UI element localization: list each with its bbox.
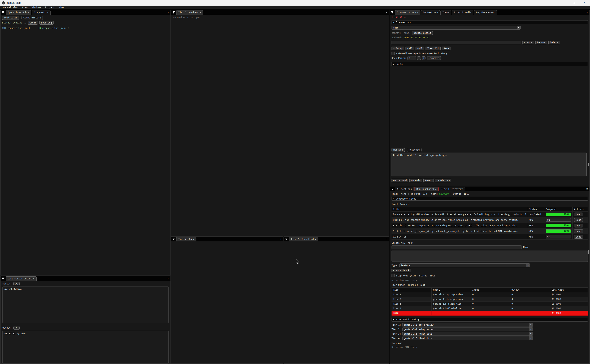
tab-tier1-strategy[interactable]: Tier 1: Strategy (439, 187, 465, 191)
panel-close-icon[interactable]: ✕ (586, 11, 588, 13)
clear-all-button[interactable]: Clear All (425, 46, 441, 50)
load-log-button[interactable]: Load Log (39, 21, 54, 25)
track-title[interactable]: Enhance existing MMA orchestration GUI: … (392, 212, 527, 217)
tier1-model-select[interactable]: gemini-3.1-pro-preview ▼ (402, 323, 533, 327)
truncate-button[interactable]: Truncate (427, 56, 441, 60)
delete-button[interactable]: Delete (548, 41, 560, 44)
tab-close-icon[interactable]: ✕ (28, 11, 29, 14)
load-track-button[interactable]: Load (574, 224, 583, 228)
maximize-button[interactable] (568, 0, 579, 6)
tab-operations-hub[interactable]: Operations Hub ✕ (6, 10, 31, 15)
script-expand-button[interactable]: [+] (13, 282, 20, 285)
menu-manual-slop[interactable]: manual slop (1, 6, 20, 9)
tab-discussion-hub[interactable]: Discussion Hub ✕ (395, 10, 420, 15)
gen-send-button[interactable]: Gen + Send (392, 179, 408, 182)
load-track-button[interactable]: Load (574, 213, 583, 216)
usage-tier: Tier 1 (392, 292, 432, 297)
tab-close-icon[interactable]: ✕ (193, 238, 194, 240)
dock-menu-icon[interactable] (173, 238, 175, 240)
output-text-box[interactable]: REJECTED by user (2, 331, 169, 364)
collapse-all-button[interactable]: -All (406, 46, 414, 50)
panel-close-icon[interactable]: ✕ (167, 11, 169, 13)
keep-pairs-input[interactable]: 2 (407, 56, 416, 60)
tab-diagnostics[interactable]: Diagnostics (32, 10, 51, 15)
dock-menu-icon[interactable] (2, 11, 5, 14)
scrollbar-thumb[interactable] (588, 163, 589, 166)
autoadd-checkbox[interactable] (392, 52, 395, 55)
subtab-comms-history[interactable]: Comms History (21, 16, 43, 20)
dock-menu-icon[interactable] (173, 11, 175, 14)
discussions-collapsible-header[interactable]: ▼ Discussions (392, 20, 588, 24)
message-textarea[interactable]: Read the first 10 lines of aggregate.py. (392, 153, 587, 176)
tab-last-script-output[interactable]: Last Script Output ✕ (6, 276, 37, 281)
tab-ai-settings[interactable]: AI Settings (395, 187, 414, 191)
track-type-select[interactable]: feature ▼ (399, 263, 530, 267)
conductor-setup-collapsible-header[interactable]: ▶ Conductor Setup (392, 197, 588, 201)
add-entry-button[interactable]: + Entry (392, 46, 404, 50)
tab-tier3-workers[interactable]: Tier 3: Workers ✕ (176, 10, 203, 15)
subtab-tool-calls[interactable]: Tool Calls (2, 16, 19, 20)
load-track-button[interactable]: Load (574, 229, 583, 233)
panel-close-icon[interactable]: ✕ (167, 277, 169, 280)
to-history-button[interactable]: -> History (435, 179, 451, 182)
tab-theme[interactable]: Theme (440, 10, 451, 15)
track-title[interactable]: Build UI for context window utilization,… (392, 217, 527, 223)
menu-view[interactable]: View (20, 6, 29, 9)
tab-tier4-qa[interactable]: Tier 4: QA ✕ (176, 237, 196, 241)
rename-button[interactable]: Rename (535, 41, 547, 44)
tab-message[interactable]: Message (392, 148, 405, 152)
panel-close-icon[interactable]: ✕ (386, 11, 387, 13)
menu-windows[interactable]: Windows (29, 6, 43, 9)
output-expand-button[interactable]: [+] (13, 326, 20, 330)
tab-close-icon[interactable]: ✕ (315, 238, 316, 240)
keep-pairs-increment-button[interactable]: + (422, 56, 425, 60)
tab-context-hub[interactable]: Context Hub (421, 10, 440, 15)
discussion-name-input[interactable] (392, 41, 521, 44)
discussion-select[interactable]: main ▼ (392, 26, 521, 30)
track-title[interactable]: UX_SIM_TEST (392, 234, 527, 240)
tab-close-icon[interactable]: ✕ (33, 278, 34, 280)
tab-mma-dashboard[interactable]: MMA Dashboard ✕ (414, 187, 439, 191)
load-track-button[interactable]: Load (574, 235, 583, 239)
panel-close-icon[interactable]: ✕ (280, 238, 281, 240)
clear-button[interactable]: Clear (28, 21, 38, 25)
tab-close-icon[interactable]: ✕ (417, 11, 418, 14)
roles-collapsible-header[interactable]: ▶ Roles (392, 62, 588, 66)
tier3-model-select[interactable]: gemini-2.5-flash-lite ▼ (402, 332, 533, 336)
panel-close-icon[interactable]: ✕ (586, 187, 588, 190)
scrollbar-thumb[interactable] (588, 250, 589, 254)
tab-log-management[interactable]: Log Management (474, 10, 497, 15)
tab-files-media[interactable]: Files & Media (452, 10, 473, 15)
panel-close-icon[interactable]: ✕ (386, 238, 387, 240)
create-track-button[interactable]: Create Track (392, 269, 411, 272)
tab-close-icon[interactable]: ✕ (200, 11, 201, 14)
dock-menu-icon[interactable] (391, 188, 394, 190)
tier4-model-select[interactable]: gemini-2.5-flash-lite ▼ (402, 336, 533, 340)
close-button[interactable]: ✕ (579, 0, 590, 6)
menu-view-2[interactable]: View (57, 6, 66, 9)
expand-all-button[interactable]: +All (415, 46, 424, 50)
reset-button[interactable]: Reset (423, 179, 434, 182)
save-button[interactable]: Save (442, 46, 450, 50)
md-only-button[interactable]: MD Only (409, 179, 422, 182)
menu-project[interactable]: Project (43, 6, 57, 9)
tier-model-config-collapsible-header[interactable]: ▼ Tier Model Config (392, 318, 588, 322)
track-title[interactable]: Fix Tier 3 worker responses not reaching… (392, 223, 527, 228)
tier2-model-select[interactable]: gemini-3-flash-preview ▼ (402, 327, 533, 331)
tab-tier2-tech-lead[interactable]: Tier 2: Tech Lead ✕ (289, 237, 318, 241)
new-track-description-textarea[interactable] (392, 251, 588, 262)
tab-response[interactable]: Response (407, 148, 422, 152)
keep-pairs-decrement-button[interactable]: - (417, 56, 421, 60)
track-title[interactable]: Stabilize visual_sim_mma_v2.py and mock_… (392, 228, 527, 234)
new-track-name-input[interactable] (392, 245, 522, 249)
tab-close-icon[interactable]: ✕ (435, 188, 436, 190)
dock-menu-icon[interactable] (391, 11, 394, 14)
update-commit-button[interactable]: Update Commit (412, 31, 433, 35)
minimize-button[interactable]: — (557, 0, 568, 6)
dock-menu-icon[interactable] (2, 278, 5, 280)
step-mode-checkbox[interactable] (392, 274, 395, 277)
create-button[interactable]: Create (523, 41, 534, 44)
script-text-box[interactable]: Get-ChildItem (2, 286, 169, 323)
dock-menu-icon[interactable] (285, 238, 288, 240)
load-track-button[interactable]: Load (574, 218, 583, 222)
